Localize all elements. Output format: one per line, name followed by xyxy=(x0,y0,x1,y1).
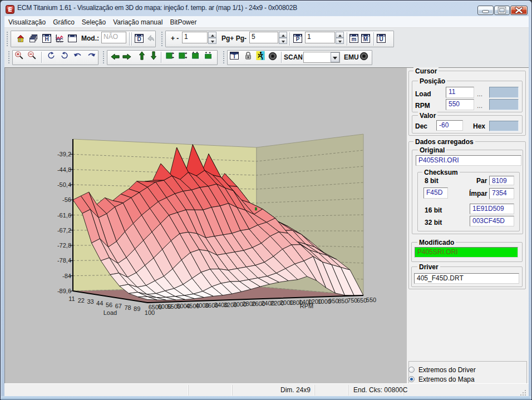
svg-text:-67,2: -67,2 xyxy=(57,227,71,234)
svg-text:-50,4: -50,4 xyxy=(57,181,71,188)
svg-text:-84: -84 xyxy=(62,273,71,279)
svg-text:-78,4: -78,4 xyxy=(57,257,71,264)
svg-text:33: 33 xyxy=(87,298,93,305)
svg-text:850: 850 xyxy=(338,298,348,304)
svg-text:-61,6: -61,6 xyxy=(57,212,71,219)
svg-text:67: 67 xyxy=(115,303,122,309)
svg-text:-39,2: -39,2 xyxy=(57,151,71,157)
svg-text:44: 44 xyxy=(96,300,103,307)
svg-text:Load: Load xyxy=(104,309,117,316)
svg-text:11: 11 xyxy=(68,295,75,302)
svg-text:P: P xyxy=(296,36,300,42)
svg-text:H: H xyxy=(45,36,48,42)
svg-text:56: 56 xyxy=(106,302,112,308)
svg-text:-89,6: -89,6 xyxy=(57,288,71,294)
svg-text:-56: -56 xyxy=(62,196,71,203)
svg-text:U: U xyxy=(379,36,383,42)
svg-text:750: 750 xyxy=(347,297,357,304)
svg-text:22: 22 xyxy=(78,297,85,304)
svg-text:89: 89 xyxy=(134,305,140,312)
svg-text:950: 950 xyxy=(328,298,338,304)
svg-text:M: M xyxy=(363,36,368,42)
svg-text:650: 650 xyxy=(357,297,367,304)
svg-text:D: D xyxy=(137,36,141,42)
svg-text:-44,8: -44,8 xyxy=(57,166,71,173)
svg-text:550: 550 xyxy=(366,297,376,303)
svg-text:-72,8: -72,8 xyxy=(57,242,71,249)
svg-text:RPM: RPM xyxy=(300,303,313,309)
svg-text:m: m xyxy=(352,36,357,42)
svg-text:T: T xyxy=(233,53,236,60)
svg-text:78: 78 xyxy=(124,304,131,311)
